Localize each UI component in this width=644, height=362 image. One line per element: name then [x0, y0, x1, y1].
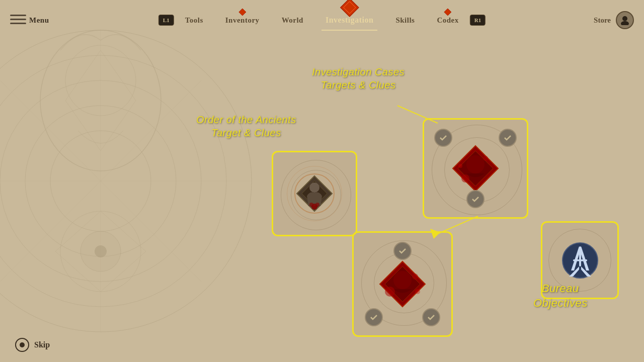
- check-circle-sec-bottom-left[interactable]: [365, 308, 383, 326]
- main-content: Investigation Cases Targets & Clues Orde…: [0, 40, 644, 362]
- svg-point-20: [622, 16, 627, 21]
- svg-point-30: [315, 203, 319, 207]
- order-ancients-annotation: Order of the Ancients Target & Clues: [196, 113, 296, 139]
- skip-button[interactable]: Skip: [15, 338, 50, 352]
- svg-point-39: [393, 271, 412, 289]
- store-person-icon: [620, 15, 630, 25]
- bureau-card[interactable]: [541, 221, 619, 299]
- navigation-bar: Menu L1 Tools Inventory World Investigat…: [0, 0, 644, 40]
- checkmark-icon-6: [427, 313, 436, 322]
- codex-badge-icon: [444, 8, 452, 16]
- nav-right: Store: [594, 11, 634, 29]
- nav-center: L1 Tools Inventory World Investigation S…: [158, 12, 486, 29]
- svg-point-27: [309, 183, 319, 193]
- menu-label[interactable]: Menu: [29, 16, 49, 25]
- investigation-cases-annotation: Investigation Cases Targets & Clues: [312, 65, 405, 92]
- checkmark-icon-3: [471, 195, 480, 204]
- card-inner-order: [273, 152, 356, 235]
- store-icon[interactable]: [616, 11, 634, 29]
- nav-item-investigation[interactable]: Investigation: [314, 12, 384, 29]
- order-ancients-card[interactable]: [272, 151, 357, 236]
- l1-button[interactable]: L1: [158, 15, 174, 26]
- nav-item-skills[interactable]: Skills: [384, 12, 426, 29]
- blood-diamond-icon: [450, 143, 501, 194]
- skip-circle-inner: [20, 342, 25, 347]
- bureau-card-circle: [548, 229, 611, 292]
- investigation-badge-icon: [340, 0, 360, 18]
- investigation-cases-card[interactable]: [423, 118, 528, 219]
- nav-item-inventory[interactable]: Inventory: [214, 12, 271, 29]
- checkmark-icon-5: [369, 313, 378, 322]
- svg-point-34: [461, 174, 469, 183]
- svg-point-42: [415, 289, 420, 294]
- skip-label: Skip: [34, 340, 50, 349]
- second-target-card[interactable]: [352, 231, 453, 337]
- svg-point-40: [385, 287, 395, 297]
- checkmark-icon-2: [503, 133, 512, 142]
- svg-point-36: [458, 164, 462, 168]
- check-circle-top-left[interactable]: [434, 129, 452, 147]
- card-inner-investigation: [424, 120, 527, 217]
- store-label[interactable]: Store: [594, 16, 611, 25]
- svg-marker-17: [341, 0, 359, 17]
- card-inner-bureau: [542, 223, 617, 298]
- check-circle-sec-top[interactable]: [393, 242, 412, 260]
- svg-point-35: [483, 156, 488, 161]
- nav-item-codex[interactable]: Codex: [426, 12, 469, 29]
- skip-circle-icon: [15, 338, 29, 352]
- checkmark-icon: [439, 133, 448, 142]
- svg-marker-19: [444, 9, 451, 16]
- menu-icon[interactable]: [10, 15, 26, 26]
- check-circle-bottom[interactable]: [466, 190, 485, 208]
- svg-point-29: [309, 203, 313, 207]
- nav-item-tools[interactable]: Tools: [174, 12, 214, 29]
- svg-point-21: [621, 21, 629, 25]
- svg-point-33: [466, 155, 485, 173]
- inventory-badge-icon: [238, 8, 247, 16]
- nav-left: Menu: [10, 15, 49, 26]
- checkmark-icon-4: [398, 246, 407, 255]
- check-circle-sec-bottom-right[interactable]: [422, 308, 440, 326]
- blood-diamond-2-icon: [377, 259, 428, 309]
- svg-marker-16: [239, 9, 246, 16]
- card-inner-second: [354, 233, 451, 335]
- r1-button[interactable]: R1: [470, 15, 486, 26]
- svg-point-41: [412, 274, 418, 280]
- nav-item-world[interactable]: World: [271, 12, 314, 29]
- hooded-figure-icon: [294, 173, 335, 214]
- check-circle-top-right[interactable]: [499, 129, 517, 147]
